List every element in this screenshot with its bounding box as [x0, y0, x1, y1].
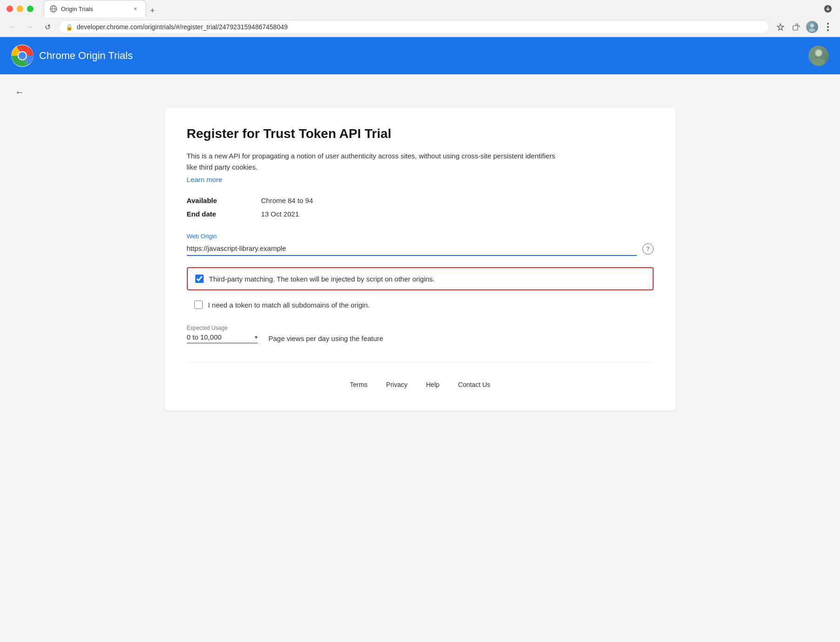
web-origin-input[interactable]: [187, 242, 637, 256]
help-icon[interactable]: ?: [642, 243, 654, 255]
subdomains-checkbox-row: I need a token to match all subdomains o…: [187, 294, 654, 315]
end-date-label: End date: [187, 210, 233, 218]
address-bar[interactable]: 🔒 developer.chrome.com/origintrials/#/re…: [59, 20, 769, 34]
end-date-value: 13 Oct 2021: [261, 210, 299, 218]
svg-point-11: [812, 59, 825, 66]
header-user-avatar[interactable]: [808, 46, 829, 66]
svg-point-12: [816, 50, 821, 56]
browser-frame: Origin Trials × + ← → ↺ 🔒 developer.chro…: [0, 0, 840, 37]
web-origin-label: Web Origin: [187, 233, 654, 240]
usage-row: 0 to 10,000 10,000 to 100,000 100,000 to…: [187, 333, 654, 343]
chrome-logo-icon: [11, 45, 33, 67]
available-row: Available Chrome 84 to 94: [187, 197, 654, 204]
lock-icon: 🔒: [66, 24, 73, 31]
toolbar-actions: [774, 20, 834, 33]
page-content: ← Register for Trust Token API Trial Thi…: [0, 74, 840, 642]
site-title: Chrome Origin Trials: [39, 50, 133, 62]
menu-button[interactable]: [821, 20, 834, 33]
tab-close-button[interactable]: ×: [131, 4, 140, 13]
svg-point-5: [810, 24, 814, 27]
expected-usage-section: Expected Usage 0 to 10,000 10,000 to 100…: [187, 325, 654, 343]
web-origin-input-wrapper: ?: [187, 242, 654, 256]
svg-point-9: [19, 52, 26, 59]
url-display: developer.chrome.com/origintrials/#/regi…: [77, 23, 762, 31]
profile-avatar[interactable]: [806, 20, 819, 33]
site-header-left: Chrome Origin Trials: [11, 45, 133, 67]
privacy-link[interactable]: Privacy: [386, 381, 408, 388]
page-back-button[interactable]: ←: [11, 84, 28, 100]
back-button[interactable]: ←: [6, 20, 19, 33]
tab-title: Origin Trials: [61, 6, 127, 13]
close-window-button[interactable]: [7, 6, 13, 12]
subdomains-checkbox[interactable]: [194, 301, 203, 309]
third-party-checkbox-row: Third-party matching. The token will be …: [187, 267, 654, 290]
traffic-lights: [0, 1, 40, 17]
form-card: Register for Trust Token API Trial This …: [165, 108, 676, 411]
help-link[interactable]: Help: [426, 381, 439, 388]
form-title: Register for Trust Token API Trial: [187, 126, 654, 141]
web-origin-section: Web Origin ?: [187, 233, 654, 256]
form-description: This is a new API for propagating a noti…: [187, 151, 559, 173]
tab-favicon: [50, 5, 57, 13]
usage-description: Page views per day using the feature: [269, 334, 384, 342]
end-date-row: End date 13 Oct 2021: [187, 210, 654, 218]
star-button[interactable]: [774, 20, 787, 33]
dropdown-arrow-icon: ▾: [255, 334, 258, 341]
contact-us-link[interactable]: Contact Us: [458, 381, 490, 388]
minimize-window-button[interactable]: [17, 6, 23, 12]
reload-button[interactable]: ↺: [41, 20, 54, 33]
extensions-button[interactable]: [790, 20, 803, 33]
third-party-checkbox-label: Third-party matching. The token will be …: [209, 275, 435, 283]
third-party-checkbox[interactable]: [195, 275, 204, 283]
checkbox-section: Third-party matching. The token will be …: [187, 267, 654, 315]
svg-point-6: [809, 28, 815, 32]
form-footer: Terms Privacy Help Contact Us: [187, 362, 654, 388]
svg-rect-4: [793, 26, 798, 30]
chrome-download-button[interactable]: [821, 2, 834, 15]
available-value: Chrome 84 to 94: [261, 197, 313, 204]
site-header: Chrome Origin Trials: [0, 37, 840, 74]
new-tab-button[interactable]: +: [146, 4, 159, 17]
terms-link[interactable]: Terms: [350, 381, 367, 388]
maximize-window-button[interactable]: [27, 6, 33, 12]
usage-select-wrapper: 0 to 10,000 10,000 to 100,000 100,000 to…: [187, 333, 258, 343]
expected-usage-select[interactable]: 0 to 10,000 10,000 to 100,000 100,000 to…: [187, 333, 253, 341]
forward-button[interactable]: →: [23, 20, 36, 33]
available-label: Available: [187, 197, 233, 204]
trial-info-table: Available Chrome 84 to 94 End date 13 Oc…: [187, 197, 654, 218]
learn-more-link[interactable]: Learn more: [187, 176, 223, 183]
browser-tab[interactable]: Origin Trials ×: [44, 0, 146, 17]
expected-usage-label: Expected Usage: [187, 325, 654, 331]
address-bar-row: ← → ↺ 🔒 developer.chrome.com/origintrial…: [0, 17, 840, 37]
subdomains-checkbox-label: I need a token to match all subdomains o…: [208, 301, 370, 309]
